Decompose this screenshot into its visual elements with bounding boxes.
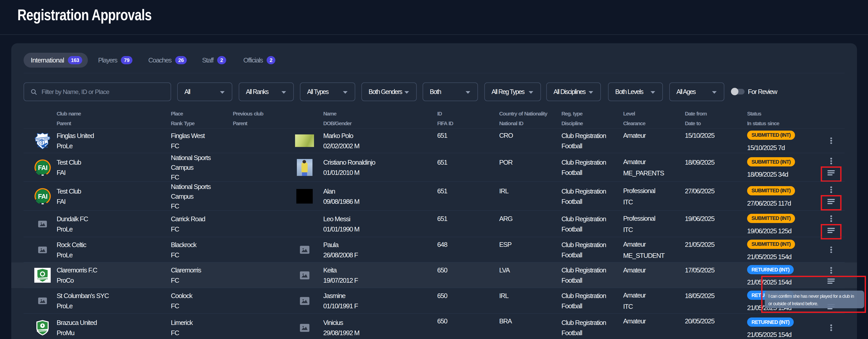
svg-text:FAI: FAI	[38, 164, 47, 171]
svg-text:CLAREMORRIS: CLAREMORRIS	[37, 278, 48, 280]
svg-text:15: 15	[45, 146, 48, 148]
svg-text:20: 20	[37, 146, 40, 148]
svg-text:FAI: FAI	[38, 193, 47, 200]
svg-text:BRAZUCA: BRAZUCA	[38, 330, 47, 332]
